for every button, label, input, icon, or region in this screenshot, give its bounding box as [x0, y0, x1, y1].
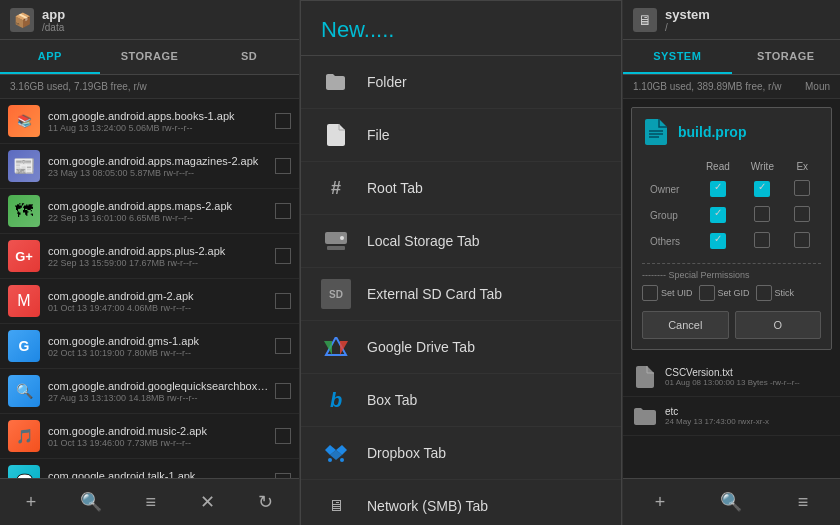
cancel-button[interactable]: Cancel: [642, 311, 729, 339]
special-permissions: -------- Special Permissions Set UID Set…: [642, 263, 821, 301]
new-menu-overlay: New..... Folder File # Root Tab: [300, 0, 622, 525]
close-button[interactable]: ✕: [192, 487, 223, 517]
local-storage-icon: [321, 226, 351, 256]
list-item[interactable]: 📰 com.google.android.apps.magazines-2.ap…: [0, 144, 299, 189]
file-checkbox[interactable]: [275, 383, 291, 399]
perm-others-exec[interactable]: [785, 229, 819, 253]
right-search-button[interactable]: 🔍: [712, 487, 750, 517]
menu-item-external-sd[interactable]: SD External SD Card Tab: [301, 268, 621, 321]
right-storage-info: 1.10GB used, 389.89MB free, r/w Moun: [623, 75, 840, 99]
tab-app[interactable]: APP: [0, 40, 100, 74]
add-button[interactable]: +: [18, 488, 45, 517]
menu-item-local-storage[interactable]: Local Storage Tab: [301, 215, 621, 268]
list-item[interactable]: M com.google.android.gm-2.apk 01 Oct 13 …: [0, 279, 299, 324]
file-name: com.google.android.gms-1.apk: [48, 335, 271, 347]
folder-icon: [321, 67, 351, 97]
list-item[interactable]: G com.google.android.gms-1.apk 02 Oct 13…: [0, 324, 299, 369]
file-meta: 27 Aug 13 13:13:00 14.18MB rw-r--r--: [48, 393, 271, 403]
perm-others-write[interactable]: [741, 229, 783, 253]
file-checkbox[interactable]: [275, 203, 291, 219]
list-item[interactable]: etc 24 May 13 17:43:00 rwxr-xr-x: [623, 397, 840, 436]
root-tab-icon: #: [321, 173, 351, 203]
menu-item-dropbox[interactable]: Dropbox Tab: [301, 427, 621, 480]
tab-system[interactable]: SYSTEM: [623, 40, 732, 74]
menu-item-network-smb[interactable]: 🖥 Network (SMB) Tab: [301, 480, 621, 525]
set-uid-item[interactable]: Set UID: [642, 285, 693, 301]
file-name: com.google.android.apps.maps-2.apk: [48, 200, 271, 212]
right-file-list: CSCVersion.txt 01 Aug 08 13:00:00 13 Byt…: [623, 358, 840, 478]
file-meta: 01 Oct 13 19:47:00 4.06MB rw-r--r--: [48, 303, 271, 313]
file-icon-talk: 💬: [8, 465, 40, 478]
file-meta: 02 Oct 13 10:19:00 7.80MB rw-r--r--: [48, 348, 271, 358]
menu-label-google-drive: Google Drive Tab: [367, 339, 475, 355]
list-item[interactable]: 💬 com.google.android.talk-1.apk 28 Sep 1…: [0, 459, 299, 478]
ok-button[interactable]: O: [735, 311, 822, 339]
menu-item-root-tab[interactable]: # Root Tab: [301, 162, 621, 215]
right-panel-tabs: SYSTEM STORAGE: [623, 40, 840, 75]
refresh-button[interactable]: ↻: [250, 487, 281, 517]
file-icon-maps: 🗺: [8, 195, 40, 227]
dropbox-icon: [321, 438, 351, 468]
left-storage-info: 3.16GB used, 7.19GB free, r/w: [0, 75, 299, 99]
right-header-title: system: [665, 7, 710, 22]
tab-sd[interactable]: SD: [199, 40, 299, 74]
list-item[interactable]: 🗺 com.google.android.apps.maps-2.apk 22 …: [0, 189, 299, 234]
list-item[interactable]: 📚 com.google.android.apps.books-1.apk 11…: [0, 99, 299, 144]
list-item[interactable]: 🔍 com.google.android.googlequicksearchbo…: [0, 369, 299, 414]
list-item[interactable]: 🎵 com.google.android.music-2.apk 01 Oct …: [0, 414, 299, 459]
file-name: com.google.android.googlequicksearchbox-…: [48, 380, 271, 392]
perm-owner-exec[interactable]: [785, 177, 819, 201]
svg-point-10: [340, 458, 344, 462]
csv-file-icon: [631, 363, 659, 391]
perm-owner-write[interactable]: ✓: [741, 177, 783, 201]
box-icon: b: [321, 385, 351, 415]
tab-right-storage[interactable]: STORAGE: [732, 40, 841, 74]
center-panel: New..... Folder File # Root Tab: [300, 0, 622, 525]
file-icon-gms: G: [8, 330, 40, 362]
search-button[interactable]: 🔍: [72, 487, 110, 517]
svg-point-2: [340, 236, 344, 240]
file-meta-etc: 24 May 13 17:43:00 rwxr-xr-x: [665, 417, 832, 426]
tab-storage[interactable]: STORAGE: [100, 40, 200, 74]
perm-group-exec[interactable]: [785, 203, 819, 227]
menu-label-file: File: [367, 127, 390, 143]
new-menu-title: New.....: [301, 1, 621, 56]
file-checkbox[interactable]: [275, 158, 291, 174]
file-name: com.google.android.talk-1.apk: [48, 470, 271, 479]
perm-owner-read[interactable]: ✓: [696, 177, 739, 201]
perm-others-read[interactable]: ✓: [696, 229, 739, 253]
file-name: com.google.android.apps.books-1.apk: [48, 110, 271, 122]
file-name-etc: etc: [665, 406, 832, 417]
file-checkbox[interactable]: [275, 113, 291, 129]
perm-group-write[interactable]: [741, 203, 783, 227]
col-write: Write: [741, 158, 783, 175]
file-checkbox[interactable]: [275, 293, 291, 309]
file-checkbox[interactable]: [275, 338, 291, 354]
perm-others-label: Others: [644, 229, 694, 253]
file-checkbox[interactable]: [275, 428, 291, 444]
menu-item-file[interactable]: File: [301, 109, 621, 162]
file-meta: 11 Aug 13 13:24:00 5.06MB rw-r--r--: [48, 123, 271, 133]
list-item[interactable]: G+ com.google.android.apps.plus-2.apk 22…: [0, 234, 299, 279]
menu-item-folder[interactable]: Folder: [301, 56, 621, 109]
svg-point-9: [328, 458, 332, 462]
file-name: com.google.android.music-2.apk: [48, 425, 271, 437]
build-prop-title: build.prop: [678, 124, 746, 140]
perm-group-read[interactable]: ✓: [696, 203, 739, 227]
list-item[interactable]: CSCVersion.txt 01 Aug 08 13:00:00 13 Byt…: [623, 358, 840, 397]
menu-item-box[interactable]: b Box Tab: [301, 374, 621, 427]
menu-label-external-sd: External SD Card Tab: [367, 286, 502, 302]
menu-label-local-storage: Local Storage Tab: [367, 233, 480, 249]
right-add-button[interactable]: +: [647, 488, 674, 517]
set-gid-item[interactable]: Set GID: [699, 285, 750, 301]
file-checkbox[interactable]: [275, 248, 291, 264]
google-drive-icon: [321, 332, 351, 362]
file-meta: 22 Sep 13 15:59:00 17.67MB rw-r--r--: [48, 258, 271, 268]
sticky-item[interactable]: Stick: [756, 285, 795, 301]
menu-button[interactable]: ≡: [138, 488, 165, 517]
file-icon-gmail: M: [8, 285, 40, 317]
right-menu-button[interactable]: ≡: [790, 488, 817, 517]
menu-label-network-smb: Network (SMB) Tab: [367, 498, 488, 514]
special-permissions-label: -------- Special Permissions: [642, 270, 821, 280]
menu-item-google-drive[interactable]: Google Drive Tab: [301, 321, 621, 374]
